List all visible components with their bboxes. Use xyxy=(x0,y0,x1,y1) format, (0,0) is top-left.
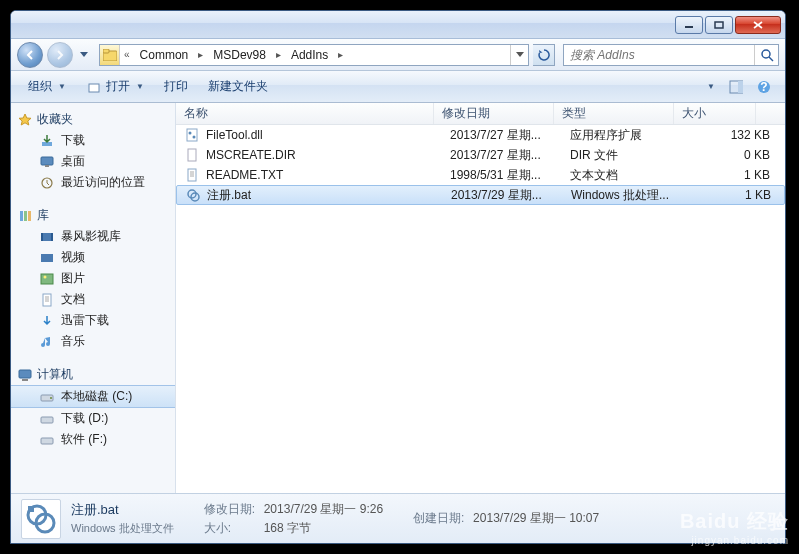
svg-rect-22 xyxy=(24,211,27,221)
svg-rect-52 xyxy=(28,506,34,512)
sidebar-item-label: 文档 xyxy=(61,291,85,308)
new-folder-button[interactable]: 新建文件夹 xyxy=(199,74,277,99)
svg-rect-25 xyxy=(41,233,43,241)
explorer-window: « Common ▸ MSDev98 ▸ AddIns ▸ 组织▼ 打开▼ 打印… xyxy=(10,10,786,544)
details-pane: 注册.bat Windows 批处理文件 修改日期:2013/7/29 星期一 … xyxy=(11,493,785,543)
column-name[interactable]: 名称 xyxy=(176,103,434,124)
created-label: 创建日期: xyxy=(413,510,469,527)
crumb-common[interactable]: Common xyxy=(134,45,195,65)
svg-rect-23 xyxy=(28,211,31,221)
computer-icon xyxy=(17,367,33,383)
svg-rect-40 xyxy=(187,129,197,141)
sidebar-item-desktop[interactable]: 桌面 xyxy=(11,151,175,172)
titlebar xyxy=(11,11,785,39)
sidebar-item-drive-c[interactable]: 本地磁盘 (C:) xyxy=(11,385,175,408)
sidebar-item-downloads[interactable]: 下载 xyxy=(11,130,175,151)
crumb-addins[interactable]: AddIns xyxy=(285,45,334,65)
back-button[interactable] xyxy=(17,42,43,68)
search-bar[interactable] xyxy=(563,44,779,66)
sidebar-item-video[interactable]: 视频 xyxy=(11,247,175,268)
svg-point-29 xyxy=(44,275,47,278)
nav-history-dropdown[interactable] xyxy=(77,45,91,65)
selected-file-name: 注册.bat xyxy=(71,501,174,519)
forward-button[interactable] xyxy=(47,42,73,68)
sidebar-item-label: 桌面 xyxy=(61,153,85,170)
sidebar-item-label: 音乐 xyxy=(61,333,85,350)
sidebar-item-drive-f[interactable]: 软件 (F:) xyxy=(11,429,175,450)
file-name: MSCREATE.DIR xyxy=(206,148,450,162)
libraries-label: 库 xyxy=(37,207,49,224)
file-size: 1 KB xyxy=(690,168,770,182)
folder-icon xyxy=(100,45,120,65)
chevron-right-icon[interactable]: ▸ xyxy=(334,45,347,65)
column-date[interactable]: 修改日期 xyxy=(434,103,554,124)
minimize-button[interactable] xyxy=(675,16,703,34)
sidebar-item-label: 最近访问的位置 xyxy=(61,174,145,191)
svg-rect-30 xyxy=(43,294,51,306)
open-button[interactable]: 打开▼ xyxy=(77,74,153,99)
search-input[interactable] xyxy=(564,48,754,62)
table-row[interactable]: MSCREATE.DIR2013/7/27 星期...DIR 文件0 KB xyxy=(176,145,785,165)
download-icon xyxy=(39,133,55,149)
file-type: 应用程序扩展 xyxy=(570,127,690,144)
table-row[interactable]: 注册.bat2013/7/29 星期...Windows 批处理...1 KB xyxy=(176,185,785,205)
computer-group[interactable]: 计算机 xyxy=(11,364,175,385)
close-button[interactable] xyxy=(735,16,781,34)
file-type: Windows 批处理... xyxy=(571,187,691,204)
svg-rect-34 xyxy=(19,370,31,378)
table-row[interactable]: README.TXT1998/5/31 星期...文本文档1 KB xyxy=(176,165,785,185)
file-date: 1998/5/31 星期... xyxy=(450,167,570,184)
selected-file-type: Windows 批处理文件 xyxy=(71,521,174,536)
search-icon[interactable] xyxy=(754,45,778,65)
created-value: 2013/7/29 星期一 10:07 xyxy=(473,510,599,527)
drive-icon xyxy=(39,389,55,405)
bat-icon xyxy=(21,499,61,539)
preview-pane-button[interactable] xyxy=(723,76,749,98)
print-button[interactable]: 打印 xyxy=(155,74,197,99)
column-size[interactable]: 大小 xyxy=(674,103,756,124)
sidebar-item-drive-d[interactable]: 下载 (D:) xyxy=(11,408,175,429)
sidebar-item-label: 下载 xyxy=(61,132,85,149)
sidebar-item-recent[interactable]: 最近访问的位置 xyxy=(11,172,175,193)
chevron-right-icon[interactable]: « xyxy=(120,45,134,65)
file-type: DIR 文件 xyxy=(570,147,690,164)
view-options-button[interactable]: ▼ xyxy=(695,76,721,98)
favorites-group[interactable]: 收藏夹 xyxy=(11,109,175,130)
file-name: README.TXT xyxy=(206,168,450,182)
sidebar-item-pictures[interactable]: 图片 xyxy=(11,268,175,289)
sidebar-item-documents[interactable]: 文档 xyxy=(11,289,175,310)
recent-icon xyxy=(39,175,55,191)
svg-rect-14 xyxy=(738,81,743,93)
sidebar-item-music[interactable]: 音乐 xyxy=(11,331,175,352)
computer-label: 计算机 xyxy=(37,366,73,383)
chevron-right-icon[interactable]: ▸ xyxy=(194,45,207,65)
sidebar-item-label: 图片 xyxy=(61,270,85,287)
sidebar-item-xunlei[interactable]: 迅雷下载 xyxy=(11,310,175,331)
refresh-button[interactable] xyxy=(533,44,555,66)
file-icon xyxy=(184,147,200,163)
file-name: FileTool.dll xyxy=(206,128,450,142)
sidebar-item-baofeng[interactable]: 暴风影视库 xyxy=(11,226,175,247)
help-button[interactable]: ? xyxy=(751,76,777,98)
crumb-msdev98[interactable]: MSDev98 xyxy=(207,45,272,65)
svg-point-41 xyxy=(189,132,192,135)
chevron-right-icon[interactable]: ▸ xyxy=(272,45,285,65)
address-bar[interactable]: « Common ▸ MSDev98 ▸ AddIns ▸ xyxy=(99,44,529,66)
address-dropdown[interactable] xyxy=(510,45,528,65)
libraries-group[interactable]: 库 xyxy=(11,205,175,226)
music-icon xyxy=(39,334,55,350)
toolbar: 组织▼ 打开▼ 打印 新建文件夹 ▼ ? xyxy=(11,71,785,103)
star-icon xyxy=(17,112,33,128)
video-icon xyxy=(39,229,55,245)
maximize-button[interactable] xyxy=(705,16,733,34)
favorites-label: 收藏夹 xyxy=(37,111,73,128)
navbar: « Common ▸ MSDev98 ▸ AddIns ▸ xyxy=(11,39,785,71)
svg-rect-43 xyxy=(188,149,196,161)
column-type[interactable]: 类型 xyxy=(554,103,674,124)
table-row[interactable]: FileTool.dll2013/7/27 星期...应用程序扩展132 KB xyxy=(176,125,785,145)
svg-rect-18 xyxy=(41,157,53,165)
file-list: 名称 修改日期 类型 大小 FileTool.dll2013/7/27 星期..… xyxy=(176,103,785,493)
organize-button[interactable]: 组织▼ xyxy=(19,74,75,99)
file-date: 2013/7/27 星期... xyxy=(450,147,570,164)
file-rows: FileTool.dll2013/7/27 星期...应用程序扩展132 KBM… xyxy=(176,125,785,493)
